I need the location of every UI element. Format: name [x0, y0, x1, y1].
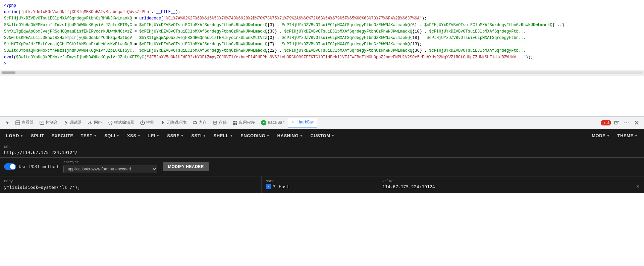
- tab-accessibility-label: 无障碍环境: [166, 120, 186, 125]
- encoding-btn[interactable]: ENCODING ▼: [237, 132, 273, 140]
- url-label: URL: [4, 145, 640, 149]
- code-viewer: <?php define('pfkzYUelxEGmVcdDNLTjXCSIgM…: [0, 0, 644, 117]
- split-btn[interactable]: SPLIT: [28, 132, 47, 140]
- lfi-arrow: ▼: [156, 134, 160, 138]
- post-method-toggle[interactable]: [4, 163, 16, 170]
- custom-btn[interactable]: CUSTOM ▼: [307, 132, 338, 140]
- shell-arrow: ▼: [230, 134, 233, 138]
- split-label: SPLIT: [31, 133, 44, 138]
- performance-icon: [140, 120, 145, 125]
- shell-btn[interactable]: SHELL ▼: [210, 132, 237, 140]
- header-section: Name ✓ ▼ Value ✕: [262, 176, 644, 193]
- enctype-select[interactable]: application/x-www-form-urlencoded multip…: [63, 165, 157, 173]
- theme-btn[interactable]: THEME ▼: [614, 132, 641, 140]
- sqli-btn[interactable]: SQLI ▼: [101, 132, 123, 140]
- xss-btn[interactable]: XSS ▼: [124, 132, 144, 140]
- lfi-btn[interactable]: LFI ▼: [145, 132, 163, 140]
- hackbar2-icon: H: [291, 120, 296, 125]
- header-labels-row: Name ✓ ▼ Value ✕: [266, 179, 640, 189]
- load-arrow: ▼: [20, 134, 23, 138]
- execute-btn[interactable]: EXECUTE: [48, 132, 77, 140]
- scrollbar-thumb[interactable]: [2, 71, 15, 74]
- horizontal-scrollbar[interactable]: [0, 70, 644, 76]
- post-toggle-label: Use POST method: [19, 164, 58, 169]
- header-value-wrapper: ✕: [382, 184, 640, 189]
- modify-header-btn[interactable]: MODIFY HEADER: [163, 162, 209, 171]
- tab-memory[interactable]: 内存: [190, 118, 209, 127]
- tab-accessibility[interactable]: 无障碍环境: [158, 118, 189, 127]
- scrollbar-track[interactable]: [1, 71, 643, 74]
- header-name-col: Name ✓ ▼: [266, 179, 380, 189]
- toggle-thumb: [10, 164, 15, 169]
- hashing-label: HASHING: [277, 133, 299, 138]
- code-line-1: <?php: [4, 3, 640, 9]
- code-line-4: $BwltqOYbHaQkRPNoxcfnFmzsIjhdMDAWUeKGgvi…: [4, 22, 640, 29]
- test-label: TEST: [81, 133, 93, 138]
- ssti-btn[interactable]: SSTI ▼: [188, 132, 209, 140]
- header-checkbox[interactable]: ✓: [266, 184, 271, 189]
- tab-inspector[interactable]: 查看器: [13, 118, 36, 127]
- tab-applications[interactable]: 应用程序: [230, 118, 258, 127]
- tab-performance-label: 性能: [146, 120, 154, 125]
- hackbar-toolbar: LOAD ▼ SPLIT EXECUTE TEST ▼ SQLI ▼ XSS ▼…: [0, 129, 644, 142]
- tab-performance[interactable]: 性能: [138, 118, 157, 127]
- header-dropdown-icon[interactable]: ▼: [273, 184, 275, 189]
- undock-btn[interactable]: [612, 118, 621, 127]
- tab-hackbar1[interactable]: ● HackBar: [258, 118, 287, 127]
- body-input[interactable]: [4, 185, 257, 190]
- test-arrow: ▼: [94, 134, 97, 138]
- ssti-arrow: ▼: [203, 134, 206, 138]
- code-line-3: $cPIHjUYxDZVBvOTsuiEClpMXAfSqrdegyFtbnGz…: [4, 15, 640, 22]
- post-toggle-container: Use POST method: [4, 163, 58, 170]
- memory-icon: [193, 120, 197, 125]
- header-close-btn[interactable]: ✕: [636, 184, 640, 189]
- svg-rect-13: [233, 123, 235, 125]
- test-btn[interactable]: TEST ▼: [77, 132, 101, 140]
- url-section: URL: [0, 142, 644, 157]
- tab-hackbar2[interactable]: H HackBar: [288, 118, 317, 127]
- tab-styles[interactable]: {} 样式编辑器: [105, 118, 137, 127]
- enctype-label: enctype: [63, 160, 157, 164]
- storage-icon: [213, 120, 217, 125]
- hashing-btn[interactable]: HASHING ▼: [274, 132, 307, 140]
- svg-rect-7: [193, 122, 197, 124]
- error-icon: !: [602, 121, 606, 125]
- header-value-input[interactable]: [382, 184, 634, 189]
- tab-storage[interactable]: 存储: [210, 118, 229, 127]
- enctype-select-wrapper: application/x-www-form-urlencoded multip…: [63, 165, 157, 173]
- mode-btn[interactable]: MODE ▼: [588, 132, 613, 140]
- svg-point-10: [213, 121, 217, 122]
- url-input[interactable]: [4, 150, 640, 155]
- styles-icon: {}: [108, 120, 113, 125]
- hackbar1-icon: ●: [261, 120, 266, 125]
- code-line-9: eval($BwltqOYbHaQkRPNoxcfnFmzsIjhdMDAWUe…: [4, 54, 640, 61]
- enctype-section: enctype application/x-www-form-urlencode…: [63, 160, 157, 173]
- ssrf-btn[interactable]: SSRF ▼: [164, 132, 187, 140]
- code-line-5: $hYX1TgBqWApObxJvejPRSdHGQnauDisfENIFyoc…: [4, 29, 640, 35]
- applications-icon: [233, 120, 237, 125]
- tab-console[interactable]: 控制台: [37, 118, 60, 127]
- header-name-label: Name: [266, 179, 380, 183]
- cursor-tool-btn[interactable]: [3, 118, 12, 127]
- theme-label: THEME: [618, 133, 634, 138]
- close-icon: [634, 120, 639, 125]
- debugger-icon: [64, 120, 68, 125]
- load-btn[interactable]: LOAD ▼: [3, 132, 27, 140]
- tab-debugger[interactable]: 调试器: [61, 118, 85, 127]
- close-devtools-btn[interactable]: [632, 118, 641, 127]
- header-name-input[interactable]: [279, 184, 380, 189]
- tab-network[interactable]: 网络: [85, 118, 105, 127]
- post-method-section: Use POST method enctype application/x-ww…: [0, 158, 644, 176]
- svg-rect-14: [235, 123, 237, 125]
- more-options-btn[interactable]: ···: [622, 118, 631, 127]
- custom-arrow: ▼: [331, 134, 335, 138]
- code-line-7: $ciMfTXpPoJHzZBxLOvngjQCbdIGkYlVNSumFrAU…: [4, 41, 640, 48]
- tab-debugger-label: 调试器: [70, 120, 82, 125]
- load-label: LOAD: [6, 133, 19, 138]
- svg-rect-11: [233, 121, 235, 122]
- svg-point-6: [162, 121, 163, 122]
- body-label: Body: [4, 179, 257, 183]
- error-count: 2: [607, 121, 609, 125]
- code-line-10: >: [4, 61, 640, 67]
- encoding-arrow: ▼: [266, 134, 270, 138]
